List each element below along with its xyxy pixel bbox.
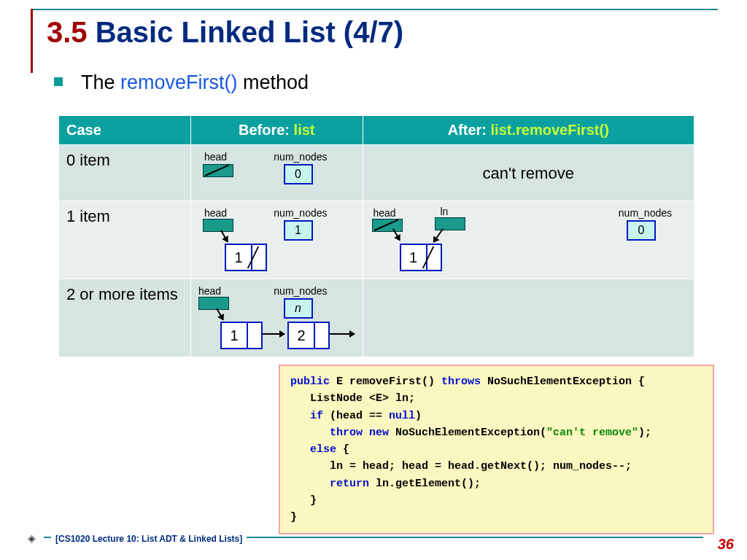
node-1: 1: [220, 322, 263, 349]
slide-title: 3.5 Basic Linked List (4/7): [47, 16, 403, 49]
null-next-icon: [426, 245, 441, 270]
row2-after-empty: [363, 279, 694, 357]
th-case: Case: [59, 116, 191, 145]
head-label: head: [204, 151, 227, 163]
bullet-pre: The: [81, 71, 120, 93]
numnodes-label: num_nodes: [274, 285, 327, 297]
head-null-box: [372, 219, 403, 232]
row1-after: head ln 1 num_nodes 0: [363, 201, 694, 279]
ln-label: ln: [441, 206, 449, 217]
numnodes-value: n: [284, 298, 313, 319]
title-text: Basic Linked List (4/7): [96, 16, 403, 48]
node-1: 1: [225, 244, 267, 271]
page-number: 36: [718, 536, 734, 553]
row-1-item: 1 item head 1 num_nodes 1 head ln: [59, 201, 694, 279]
head-box: [198, 297, 229, 310]
head-box: [203, 219, 233, 232]
arrow-icon: [263, 333, 285, 335]
footer-text: [CS1020 Lecture 10: List ADT & Linked Li…: [51, 534, 247, 544]
arrow-icon: [433, 228, 443, 242]
footer-mark-icon: ◈: [28, 532, 36, 544]
row0-before: head num_nodes 0: [191, 145, 363, 201]
bullet-line: The removeFirst() method: [54, 71, 309, 94]
top-rule: [31, 9, 718, 10]
numnodes-value: 0: [627, 220, 656, 241]
numnodes-label: num_nodes: [619, 207, 672, 219]
section-number: 3.5: [47, 16, 88, 48]
accent-rule: [31, 9, 33, 73]
null-next-icon: [251, 245, 266, 270]
cant-remove-text: can't remove: [371, 151, 687, 183]
th-before: Before: list: [191, 116, 363, 145]
head-label: head: [204, 207, 227, 219]
arrow-icon: [330, 333, 355, 335]
numnodes-label: num_nodes: [274, 207, 327, 219]
bullet-icon: [54, 77, 63, 86]
bullet-post: method: [238, 71, 309, 93]
row-label: 0 item: [59, 145, 191, 201]
node-1: 1: [400, 244, 442, 271]
row-label: 1 item: [59, 201, 191, 279]
row1-before: head 1 num_nodes 1: [191, 201, 363, 279]
head-label: head: [374, 207, 396, 219]
table-header-row: Case Before: list After: list.removeFirs…: [59, 116, 694, 145]
th-after: After: list.removeFirst(): [363, 116, 694, 145]
bullet-code: removeFirst(): [120, 71, 238, 93]
numnodes-label: num_nodes: [274, 151, 327, 163]
row2-before: head 1 2 num_nodes n: [191, 279, 363, 357]
cases-table: Case Before: list After: list.removeFirs…: [58, 115, 694, 357]
numnodes-value: 1: [284, 220, 313, 241]
row-0-item: 0 item head num_nodes 0 can't remove: [59, 145, 694, 201]
row0-after: can't remove: [363, 145, 694, 201]
code-block: public E removeFirst() throws NoSuchElem…: [279, 365, 714, 534]
numnodes-value: 0: [284, 164, 313, 184]
head-null-box: [203, 164, 233, 177]
row-2-items: 2 or more items head 1 2 num_nodes n: [59, 279, 694, 357]
node-2: 2: [287, 322, 330, 349]
head-label: head: [198, 285, 221, 297]
row-label: 2 or more items: [59, 279, 191, 357]
ln-box: [435, 217, 465, 230]
